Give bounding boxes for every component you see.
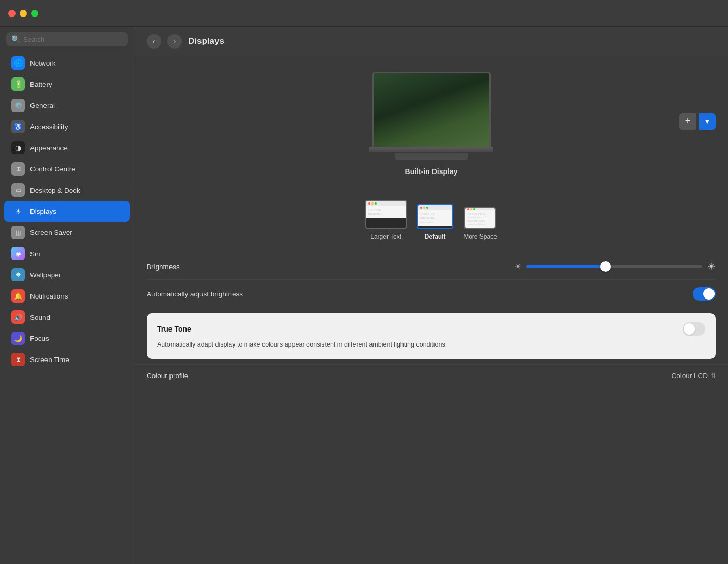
close-button[interactable] <box>8 10 16 17</box>
network-icon: 🌐 <box>11 56 25 70</box>
resolution-option-default[interactable]: Here's to ttroublema...ones who... Defau… <box>417 204 453 240</box>
add-display-button[interactable]: + <box>679 113 696 130</box>
desktop-icon: ▭ <box>11 183 25 197</box>
res-dot-yellow <box>423 207 425 209</box>
sidebar-item-network[interactable]: 🌐 Network <box>4 53 130 73</box>
titlebar <box>0 0 728 27</box>
general-icon: ⚙️ <box>11 99 25 112</box>
content-area: ‹ › Displays Built-in Display + ▼ <box>134 27 728 564</box>
auto-brightness-label: Automatically adjust brightness <box>147 290 243 298</box>
colour-profile-dropdown[interactable]: Colour LCD ⇅ <box>671 372 716 380</box>
controlcentre-icon: ⊞ <box>11 162 25 176</box>
sidebar-item-label: Wallpaper <box>30 271 61 279</box>
display-monitor: Built-in Display <box>369 72 493 176</box>
search-box[interactable]: 🔍 <box>6 32 128 46</box>
sidebar-item-label: Battery <box>30 81 52 88</box>
display-dropdown-button[interactable]: ▼ <box>699 113 716 130</box>
focus-icon: 🌙 <box>11 332 25 345</box>
res-preview-default: Here's to ttroublema...ones who... <box>417 204 453 229</box>
sidebar-item-label: Screen Time <box>30 356 69 364</box>
res-titlebar <box>366 201 406 206</box>
traffic-lights <box>8 10 38 17</box>
res-dot-green <box>426 207 428 209</box>
sidebar-item-controlcentre[interactable]: ⊞ Control Centre <box>4 159 130 179</box>
main-container: 🔍 🌐 Network 🔋 Battery ⚙️ General ♿ Acces… <box>0 27 728 564</box>
brightness-row: Brightness ☀ ☀ <box>147 254 716 280</box>
forward-button[interactable]: › <box>167 34 182 49</box>
sidebar-item-label: Accessibility <box>30 123 68 131</box>
res-dot-red <box>420 207 422 209</box>
slider-thumb[interactable] <box>600 261 611 272</box>
accessibility-icon: ♿ <box>11 120 25 133</box>
minimize-button[interactable] <box>20 10 27 17</box>
content-header: ‹ › Displays <box>134 27 728 56</box>
res-preview-larger: Here's totroublem... <box>365 200 407 229</box>
sidebar-item-sound[interactable]: 🔊 Sound <box>4 307 130 327</box>
screensaver-icon: ◫ <box>11 226 25 239</box>
sidebar-item-focus[interactable]: 🌙 Focus <box>4 328 130 349</box>
search-input[interactable] <box>23 36 122 43</box>
resolution-label-default: Default <box>425 233 446 240</box>
maximize-button[interactable] <box>31 10 38 17</box>
settings-section: Brightness ☀ ☀ Automatically adjust brig… <box>134 254 728 308</box>
sidebar-item-battery[interactable]: 🔋 Battery <box>4 74 130 95</box>
brightness-slider[interactable] <box>526 265 702 268</box>
toggle-knob <box>703 288 715 300</box>
sidebar-item-label: Desktop & Dock <box>30 186 80 194</box>
sound-icon: 🔊 <box>11 310 25 324</box>
display-preview-section: Built-in Display + ▼ <box>134 56 728 186</box>
screentime-icon: ⧗ <box>11 353 25 366</box>
wallpaper-icon: ❋ <box>11 268 25 281</box>
display-label: Built-in Display <box>405 167 458 176</box>
sidebar-item-label: Notifications <box>30 292 68 300</box>
display-controls: + ▼ <box>679 113 716 130</box>
sidebar-item-label: Screen Saver <box>30 229 72 237</box>
brightness-high-icon: ☀ <box>707 261 716 272</box>
sidebar-item-screensaver[interactable]: ◫ Screen Saver <box>4 222 130 243</box>
auto-brightness-toggle[interactable] <box>693 287 716 301</box>
brightness-slider-container: ☀ ☀ <box>515 261 716 272</box>
siri-icon: ◉ <box>11 247 25 260</box>
page-title: Displays <box>188 36 224 46</box>
resolution-option-larger[interactable]: Here's totroublem... Larger Text <box>365 200 407 240</box>
auto-brightness-row: Automatically adjust brightness <box>147 280 716 308</box>
res-preview-more: Here's to the catroublemakers. Tones who… <box>464 207 496 229</box>
battery-icon: 🔋 <box>11 77 25 91</box>
res-titlebar <box>418 205 452 210</box>
sidebar-item-label: Network <box>30 59 56 67</box>
res-content: Here's to the catroublemakers. Tones who… <box>465 210 495 228</box>
sidebar-item-desktop[interactable]: ▭ Desktop & Dock <box>4 180 130 200</box>
true-tone-toggle[interactable] <box>683 322 705 336</box>
appearance-icon: ◑ <box>11 141 25 154</box>
sidebar-item-wallpaper[interactable]: ❋ Wallpaper <box>4 264 130 285</box>
sidebar-item-accessibility[interactable]: ♿ Accessibility <box>4 116 130 137</box>
colour-profile-value: Colour LCD <box>671 372 708 380</box>
sidebar-item-label: Appearance <box>30 144 68 152</box>
res-dot-yellow <box>371 202 374 205</box>
sidebar-item-siri[interactable]: ◉ Siri <box>4 243 130 264</box>
sidebar: 🔍 🌐 Network 🔋 Battery ⚙️ General ♿ Acces… <box>0 27 134 564</box>
slider-fill <box>526 265 606 268</box>
res-content: Here's to ttroublema...ones who... <box>418 210 452 226</box>
brightness-low-icon: ☀ <box>515 262 521 271</box>
res-dot-green <box>375 202 377 205</box>
back-button[interactable]: ‹ <box>147 34 161 49</box>
sidebar-item-appearance[interactable]: ◑ Appearance <box>4 137 130 158</box>
true-tone-header: True Tone <box>157 322 705 336</box>
sidebar-item-label: Sound <box>30 314 50 321</box>
true-tone-description: Automatically adapt display to make colo… <box>157 340 705 350</box>
res-dot-red <box>368 202 370 205</box>
chevron-updown-icon: ⇅ <box>711 372 716 379</box>
chevron-down-icon: ▼ <box>704 117 711 126</box>
sidebar-item-general[interactable]: ⚙️ General <box>4 95 130 116</box>
colour-profile-row: Colour profile Colour LCD ⇅ <box>134 364 728 387</box>
sidebar-item-screentime[interactable]: ⧗ Screen Time <box>4 349 130 370</box>
resolution-options: Here's totroublem... Larger Text Here's … <box>147 195 716 245</box>
sidebar-item-notifications[interactable]: 🔔 Notifications <box>4 286 130 306</box>
toggle-knob <box>684 323 695 335</box>
sidebar-item-displays[interactable]: ☀ Displays <box>4 201 130 222</box>
res-content: Here's totroublem... <box>366 206 406 218</box>
displays-icon: ☀ <box>11 205 25 218</box>
resolution-option-more[interactable]: Here's to the catroublemakers. Tones who… <box>463 207 497 240</box>
monitor-screen <box>372 72 491 147</box>
